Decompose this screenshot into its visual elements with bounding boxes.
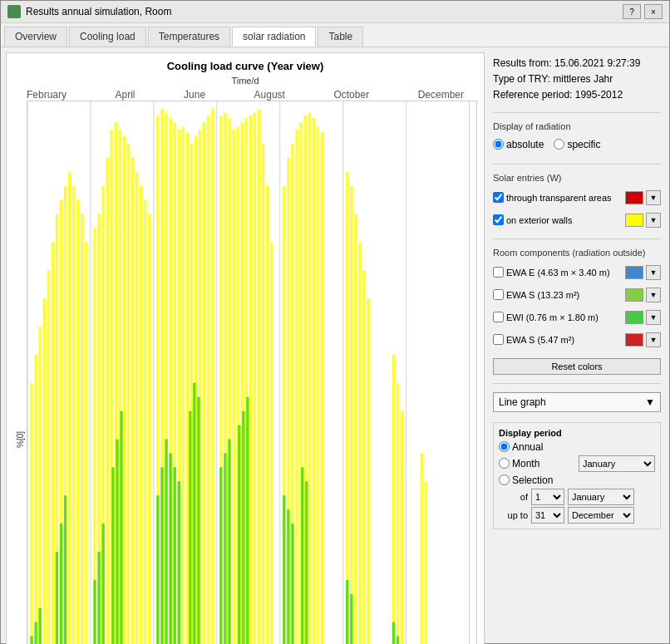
dropdown-ewa-s1[interactable]: ▼ xyxy=(646,288,661,302)
upto-day-select[interactable]: 313028 xyxy=(531,507,564,524)
svg-rect-102 xyxy=(291,524,293,644)
dropdown-walls[interactable]: ▼ xyxy=(646,213,661,228)
dropdown-ewi[interactable]: ▼ xyxy=(646,310,661,325)
entry-walls: on exterior walls ▼ xyxy=(493,213,661,228)
tab-table[interactable]: Table xyxy=(318,27,363,47)
svg-rect-101 xyxy=(287,509,289,644)
titlebar: Results annual simulation, Room ? × xyxy=(1,1,669,23)
svg-rect-98 xyxy=(224,453,226,644)
tab-solar-radiation[interactable]: solar radiation xyxy=(232,27,316,47)
check-transparent[interactable] xyxy=(493,192,504,203)
svg-rect-54 xyxy=(232,130,234,644)
svg-rect-10 xyxy=(34,355,37,644)
svg-rect-19 xyxy=(72,186,75,644)
of-day-select[interactable]: 12345 xyxy=(531,489,564,505)
svg-rect-120 xyxy=(305,481,308,644)
tab-bar: Overview Cooling load Temperatures solar… xyxy=(1,23,669,47)
radio-absolute-input[interactable] xyxy=(493,139,504,150)
chart-svg xyxy=(27,101,476,644)
radio-specific[interactable]: specific xyxy=(554,139,600,150)
period-annual-row: Annual xyxy=(499,441,655,453)
color-ewa-e[interactable] xyxy=(625,266,643,279)
reset-colors-button[interactable]: Reset colors xyxy=(493,358,661,375)
color-ewi[interactable] xyxy=(625,311,643,324)
svg-rect-82 xyxy=(401,411,403,644)
color-ewa-s1[interactable] xyxy=(625,288,643,302)
display-period-title: Display period xyxy=(499,428,655,438)
svg-rect-78 xyxy=(362,270,365,644)
comp-ewa-e: EWA E (4.63 m × 3.40 m) ▼ xyxy=(493,265,661,280)
graph-type-dropdown[interactable]: Line graph ▼ xyxy=(493,392,661,412)
check-ewi[interactable] xyxy=(493,312,504,322)
close-button[interactable]: × xyxy=(644,4,663,19)
svg-rect-72 xyxy=(317,126,319,644)
svg-rect-108 xyxy=(60,524,62,644)
color-ewa-s2[interactable] xyxy=(625,333,643,347)
svg-rect-110 xyxy=(111,467,114,644)
svg-rect-96 xyxy=(178,481,180,644)
divider-4 xyxy=(493,383,661,384)
of-label: of xyxy=(499,492,528,502)
radio-absolute[interactable]: absolute xyxy=(493,139,544,150)
svg-rect-107 xyxy=(56,552,58,644)
month-aug: August xyxy=(254,89,285,101)
upto-month-select[interactable]: DecemberJanuaryFebruary MarchAprilMay Ju… xyxy=(568,507,634,524)
check-ewa-s1[interactable] xyxy=(493,289,504,300)
radio-selection-input[interactable] xyxy=(499,474,510,485)
of-month-select[interactable]: JanuaryFebruaryMarch AprilMayJune JulyAu… xyxy=(568,489,634,505)
svg-rect-104 xyxy=(350,594,352,644)
tab-temperatures[interactable]: Temperatures xyxy=(148,27,230,47)
svg-rect-109 xyxy=(64,495,67,644)
dropdown-ewa-s2[interactable]: ▼ xyxy=(646,332,661,347)
svg-rect-106 xyxy=(397,637,399,644)
svg-rect-60 xyxy=(258,110,260,644)
svg-rect-67 xyxy=(295,130,298,644)
chart-area: Cooling load curve (Year view) Time/d Fe… xyxy=(6,52,485,644)
svg-rect-93 xyxy=(165,440,167,645)
comp-ewi: EWI (0.76 m × 1.80 m) ▼ xyxy=(493,310,661,325)
radio-month[interactable]: Month xyxy=(499,458,574,469)
tab-cooling-load[interactable]: Cooling load xyxy=(69,27,146,47)
radio-specific-input[interactable] xyxy=(554,139,564,150)
dropdown-transparent[interactable]: ▼ xyxy=(646,190,661,205)
svg-rect-59 xyxy=(254,113,256,644)
tab-overview[interactable]: Overview xyxy=(4,27,67,47)
radio-selection[interactable]: Selection xyxy=(499,474,553,486)
color-walls[interactable] xyxy=(625,214,643,227)
label-ewi: EWI (0.76 m × 1.80 m) xyxy=(506,312,623,322)
check-ewa-e[interactable] xyxy=(493,267,504,278)
radio-month-input[interactable] xyxy=(499,458,510,469)
color-transparent[interactable] xyxy=(625,191,643,204)
upto-row: up to 313028 DecemberJanuaryFebruary Mar… xyxy=(499,507,655,524)
month-jun: June xyxy=(184,89,205,101)
divider-2 xyxy=(493,164,661,165)
svg-rect-44 xyxy=(186,132,189,644)
month-period-select[interactable]: JanuaryFebruaryMarch AprilMayJune JulyAu… xyxy=(579,455,655,472)
svg-rect-43 xyxy=(182,126,185,644)
radio-month-label: Month xyxy=(512,458,539,469)
room-components-label: Room components (radiation outside) xyxy=(493,248,661,258)
svg-rect-76 xyxy=(354,214,357,645)
divider-3 xyxy=(493,238,661,239)
comp-ewa-s1: EWA S (13.23 m²) ▼ xyxy=(493,288,661,302)
help-button[interactable]: ? xyxy=(623,4,641,19)
svg-rect-112 xyxy=(120,411,122,644)
svg-rect-71 xyxy=(313,118,315,644)
check-ewa-s2[interactable] xyxy=(493,334,504,345)
svg-rect-9 xyxy=(30,383,32,644)
label-ewa-e: EWA E (4.63 m × 3.40 m) xyxy=(506,268,623,278)
month-oct: October xyxy=(333,89,369,101)
svg-rect-111 xyxy=(116,440,118,645)
radio-annual[interactable]: Annual xyxy=(499,441,543,453)
label-ewa-s2: EWA S (5.47 m²) xyxy=(506,335,623,345)
dropdown-ewa-e[interactable]: ▼ xyxy=(646,265,661,280)
chart-inner: %[0] xyxy=(13,101,477,644)
graph-type-arrow: ▼ xyxy=(645,396,655,408)
label-ewa-s1: EWA S (13.23 m²) xyxy=(506,290,623,300)
check-walls[interactable] xyxy=(493,214,504,225)
radio-annual-input[interactable] xyxy=(499,441,510,452)
svg-rect-50 xyxy=(211,108,214,644)
svg-rect-94 xyxy=(169,453,171,644)
results-info: Results from: 15.06.2021 9:27:39 Type of… xyxy=(493,56,661,104)
svg-rect-117 xyxy=(242,411,244,644)
